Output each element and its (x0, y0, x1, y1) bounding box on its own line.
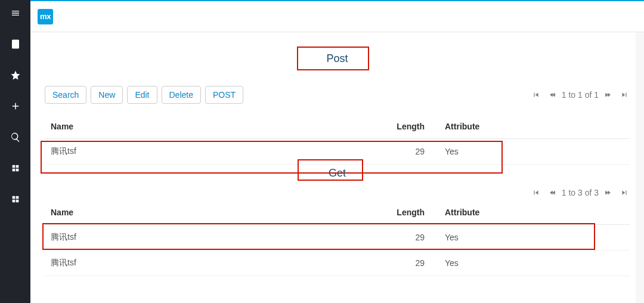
toolbar-2: 1 to 3 of 3 (45, 187, 630, 198)
page-last-icon[interactable] (619, 187, 630, 198)
plus-icon[interactable] (8, 99, 23, 113)
app-header: mx (30, 1, 644, 32)
table-row[interactable]: 腾讯tsf 29 Yes (45, 251, 630, 276)
page-first-icon[interactable] (531, 187, 541, 198)
cell-length: 29 (367, 139, 439, 165)
star-icon[interactable] (8, 68, 23, 82)
cell-name: 腾讯tsf (45, 225, 367, 251)
search-button[interactable]: Search (45, 86, 86, 104)
app-logo-text: mx (40, 12, 51, 21)
page-first-icon[interactable] (531, 89, 541, 100)
cell-length: 29 (367, 225, 439, 251)
page-prev-icon[interactable] (546, 89, 557, 100)
new-button[interactable]: New (91, 86, 123, 104)
sidebar (0, 0, 30, 303)
table-row[interactable]: 腾讯tsf 29 Yes (45, 139, 630, 165)
page-next-icon[interactable] (603, 187, 614, 198)
cell-attribute: Yes (439, 139, 630, 165)
col-name[interactable]: Name (45, 115, 367, 139)
book-icon[interactable] (8, 37, 23, 51)
menu-toggle-icon[interactable] (8, 6, 23, 20)
col-name[interactable]: Name (45, 200, 367, 225)
post-label: Post (302, 50, 373, 67)
pager-2: 1 to 3 of 3 (531, 187, 630, 198)
page-prev-icon[interactable] (546, 187, 557, 198)
table-2: Name Length Attribute 腾讯tsf 29 Yes 腾讯tsf… (45, 200, 630, 276)
post-button[interactable]: POST (205, 86, 243, 104)
edit-button[interactable]: Edit (127, 86, 157, 104)
grid-small-icon[interactable] (8, 161, 23, 175)
button-group: Search New Edit Delete POST (45, 86, 243, 104)
toolbar-1: Search New Edit Delete POST 1 to 1 of 1 (45, 86, 630, 104)
cell-attribute: Yes (439, 225, 630, 251)
col-attribute[interactable]: Attribute (439, 200, 630, 225)
delete-button[interactable]: Delete (162, 86, 201, 104)
pager-status: 1 to 3 of 3 (562, 188, 599, 197)
col-length[interactable]: Length (367, 115, 439, 139)
app-logo[interactable]: mx (38, 9, 53, 24)
grid-large-icon[interactable] (8, 192, 23, 206)
pager-status: 1 to 1 of 1 (562, 90, 599, 100)
cell-attribute: Yes (439, 251, 630, 276)
table-row[interactable]: 腾讯tsf 29 Yes (45, 225, 630, 251)
cell-name: 腾讯tsf (45, 139, 367, 165)
cell-name: 腾讯tsf (45, 251, 367, 276)
pager-1: 1 to 1 of 1 (531, 89, 630, 100)
main-content: Post Search New Edit Delete POST 1 to 1 … (30, 32, 644, 303)
col-attribute[interactable]: Attribute (439, 115, 630, 139)
table-1: Name Length Attribute 腾讯tsf 29 Yes (45, 115, 630, 165)
search-icon[interactable] (8, 130, 23, 144)
get-label: Get (302, 165, 373, 182)
col-length[interactable]: Length (367, 200, 439, 225)
page-next-icon[interactable] (603, 89, 614, 100)
cell-length: 29 (367, 251, 439, 276)
page-last-icon[interactable] (619, 89, 630, 100)
